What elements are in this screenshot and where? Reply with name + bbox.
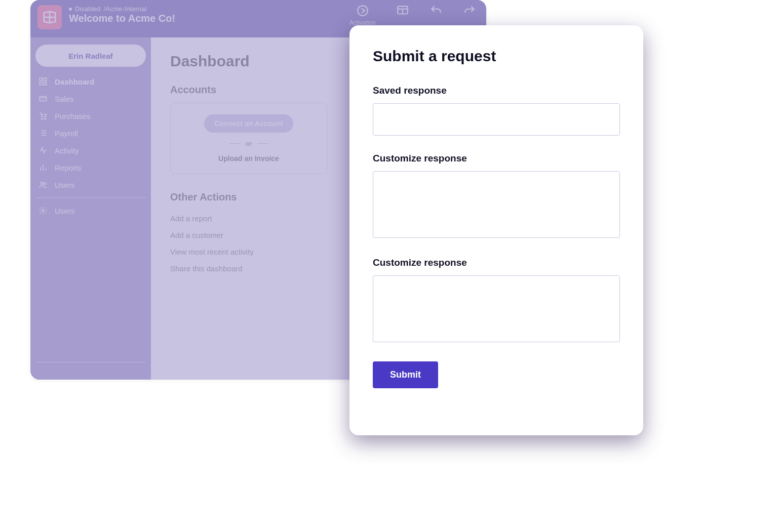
sidebar-bottom-divider bbox=[35, 362, 146, 362]
svg-point-9 bbox=[41, 182, 44, 185]
header-status-row: Disabled /Acme-Internal bbox=[69, 5, 175, 13]
chart-icon bbox=[38, 163, 48, 172]
card-icon bbox=[38, 94, 48, 103]
submit-request-modal: Submit a request Saved response Customiz… bbox=[349, 25, 643, 435]
form-group-saved-response: Saved response bbox=[373, 85, 620, 136]
header-action-activation[interactable]: Activation bbox=[349, 4, 376, 26]
header-actions: Activation bbox=[349, 4, 476, 26]
modal-title: Submit a request bbox=[373, 48, 620, 65]
sidebar-item-reports[interactable]: Reports bbox=[35, 159, 146, 176]
sidebar-item-label: Reports bbox=[55, 163, 82, 172]
sidebar-item-label: Activity bbox=[55, 146, 79, 155]
header-status: Disabled bbox=[75, 5, 101, 13]
user-pill[interactable]: Erin Radleaf bbox=[35, 45, 146, 67]
header-action-layout[interactable] bbox=[396, 4, 409, 26]
customize-response-label-2: Customize response bbox=[373, 257, 620, 268]
sidebar-item-sales[interactable]: Sales bbox=[35, 90, 146, 107]
sidebar-item-label: Users bbox=[55, 181, 74, 189]
sidebar-item-settings[interactable]: Users bbox=[35, 202, 146, 219]
header-title: Welcome to Acme Co! bbox=[69, 13, 175, 24]
saved-response-label: Saved response bbox=[373, 85, 620, 96]
svg-rect-6 bbox=[40, 97, 47, 101]
sidebar-item-label: Users bbox=[55, 207, 74, 215]
header-breadcrumb: /Acme-Internal bbox=[104, 5, 147, 13]
sidebar-item-users[interactable]: Users bbox=[35, 176, 146, 193]
svg-rect-2 bbox=[40, 78, 42, 80]
sidebar-item-label: Sales bbox=[55, 95, 74, 103]
list-icon bbox=[38, 129, 48, 138]
divider-line-icon bbox=[229, 143, 241, 144]
grid-icon bbox=[38, 77, 48, 86]
customize-response-label-1: Customize response bbox=[373, 153, 620, 164]
undo-icon bbox=[430, 4, 443, 17]
or-divider: or bbox=[229, 140, 268, 147]
connect-account-button[interactable]: Connect an Account bbox=[204, 114, 293, 133]
svg-point-11 bbox=[42, 210, 45, 212]
customize-response-textarea-1[interactable] bbox=[373, 171, 620, 238]
form-group-customize-response-1: Customize response bbox=[373, 153, 620, 240]
svg-point-8 bbox=[45, 118, 46, 119]
or-text: or bbox=[246, 140, 252, 147]
header-action-redo[interactable] bbox=[463, 4, 476, 26]
form-group-customize-response-2: Customize response bbox=[373, 257, 620, 344]
users-icon bbox=[38, 180, 48, 189]
sidebar-item-label: Payroll bbox=[55, 129, 78, 138]
activation-icon bbox=[356, 4, 369, 17]
header-action-undo[interactable] bbox=[430, 4, 443, 26]
svg-rect-5 bbox=[44, 83, 47, 85]
customize-response-textarea-2[interactable] bbox=[373, 275, 620, 342]
header-text-block: Disabled /Acme-Internal Welcome to Acme … bbox=[69, 5, 175, 24]
svg-point-0 bbox=[358, 6, 368, 16]
sidebar-item-label: Dashboard bbox=[55, 77, 94, 86]
sidebar-item-purchases[interactable]: Purchases bbox=[35, 107, 146, 125]
redo-icon bbox=[463, 4, 476, 17]
cart-icon bbox=[38, 111, 48, 120]
gear-icon bbox=[38, 206, 48, 215]
status-dot-icon bbox=[69, 8, 72, 11]
upload-invoice-link[interactable]: Upload an Invoice bbox=[218, 154, 279, 162]
sidebar-divider bbox=[35, 197, 146, 198]
layout-icon bbox=[396, 4, 409, 17]
svg-rect-4 bbox=[40, 83, 42, 85]
accounts-box: Connect an Account or Upload an Invoice bbox=[170, 103, 327, 174]
sidebar-item-activity[interactable]: Activity bbox=[35, 142, 146, 159]
svg-point-7 bbox=[42, 118, 43, 119]
sidebar: Erin Radleaf Dashboard Sales Purchases P… bbox=[30, 37, 151, 380]
submit-button[interactable]: Submit bbox=[373, 361, 438, 388]
app-logo bbox=[37, 5, 62, 29]
activity-icon bbox=[38, 146, 48, 155]
sidebar-item-payroll[interactable]: Payroll bbox=[35, 125, 146, 142]
saved-response-input[interactable] bbox=[373, 103, 620, 136]
sidebar-item-dashboard[interactable]: Dashboard bbox=[35, 73, 146, 90]
svg-point-10 bbox=[44, 183, 46, 185]
svg-rect-3 bbox=[44, 78, 47, 80]
divider-line-icon bbox=[257, 143, 268, 144]
sidebar-item-label: Purchases bbox=[55, 112, 91, 120]
